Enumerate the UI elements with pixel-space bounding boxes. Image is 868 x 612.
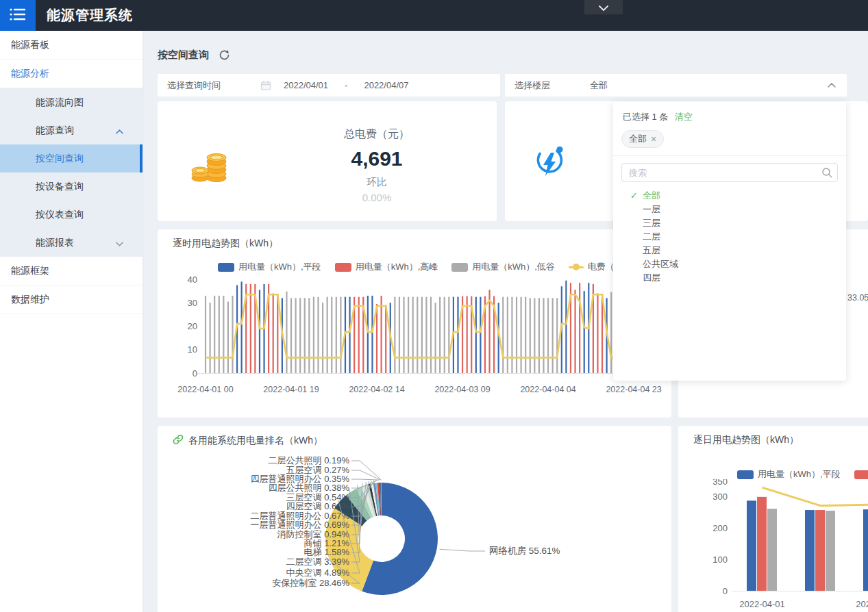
floor-option-label: 公共区域 (643, 259, 678, 269)
hourly-chart-legend: 用电量（kWh）,平段用电量（kWh）,高峰用电量（kWh）,低谷电费（元） (218, 261, 632, 273)
sidebar-item-5[interactable]: 按设备查询 (0, 173, 142, 201)
chevron-down-icon (116, 238, 123, 248)
floor-select[interactable]: 选择楼层 全部 (505, 74, 847, 97)
floor-option-一层[interactable]: 一层 (613, 203, 846, 216)
partial-axis-value: 33.05 (847, 293, 868, 303)
date-end-value: 2022/04/07 (364, 80, 408, 90)
sidebar-item-3[interactable]: 能源查询 (0, 116, 142, 144)
sidebar-item-7[interactable]: 能源报表 (0, 229, 142, 257)
total-fee-card: 总电费（元） 4,691 环比 0.00% (158, 101, 497, 221)
legend-label: 用电量（kWh）,低谷 (472, 261, 555, 273)
svg-text:2022-04-01 19: 2022-04-01 19 (263, 385, 319, 394)
svg-text:2022-04-01 00: 2022-04-01 00 (177, 385, 233, 394)
sidebar: 能源看板能源分析能源流向图能源查询按空间查询按设备查询按仪表查询能源报表能源框架… (0, 31, 142, 612)
sidebar-item-label: 能源查询 (36, 125, 74, 137)
legend-swatch (451, 263, 468, 272)
svg-text:350: 350 (712, 479, 728, 487)
floor-option-四层[interactable]: 四层 (613, 271, 846, 285)
floor-option-label: 四层 (643, 272, 660, 283)
hourly-chart-canvas: 0102030402022-04-01 002022-04-01 192022-… (158, 275, 671, 415)
selected-tag: 全部 × (621, 130, 664, 148)
magnifier-icon (821, 167, 832, 180)
chevron-down-icon (599, 1, 608, 14)
refresh-icon[interactable] (219, 49, 230, 61)
floor-option-公共区域[interactable]: 公共区域 (613, 257, 846, 271)
sidebar-item-6[interactable]: 按仪表查询 (0, 201, 142, 229)
daily-chart-canvas: 01002003003502022-04-012022-04-03 (678, 479, 868, 612)
sidebar-item-2[interactable]: 能源流向图 (0, 88, 142, 116)
svg-text:2022-04-03 09: 2022-04-03 09 (434, 385, 490, 394)
svg-text:2022-04-02 14: 2022-04-02 14 (349, 385, 404, 394)
sidebar-item-8[interactable]: 能源框架 (0, 257, 142, 285)
date-start-value: 2022/04/01 (284, 80, 328, 90)
sidebar-item-label: 能源看板 (11, 39, 49, 51)
calendar-icon (260, 80, 271, 91)
header-collapse-button[interactable] (584, 0, 623, 14)
sidebar-item-4[interactable]: 按空间查询 (0, 144, 142, 173)
compare-value: 0.00% (274, 192, 480, 203)
legend-swatch (569, 266, 584, 268)
ranking-chart-title: 各用能系统用电量排名（kWh） (188, 435, 323, 447)
clear-selection-button[interactable]: 清空 (675, 112, 693, 122)
pie-label: 中央空调 4.89% (286, 568, 350, 578)
legend-item[interactable]: 用电量（kWh）,平段 (218, 261, 321, 273)
svg-text:30: 30 (188, 298, 197, 308)
tag-close-icon[interactable]: × (651, 133, 656, 144)
legend-item[interactable]: 用电量（kWh）,低谷 (451, 261, 555, 273)
coin-stack-icon (190, 144, 234, 186)
floor-select-value: 全部 (590, 79, 608, 92)
app-title: 能源管理系统 (47, 0, 133, 31)
sidebar-item-1[interactable]: 能源分析 (0, 60, 142, 88)
pie-label: 安保控制室 28.46% (272, 578, 349, 588)
date-range-picker[interactable]: 选择查询时间 2022/04/01 - 2022/04/07 (158, 74, 500, 97)
svg-text:10: 10 (188, 344, 197, 355)
svg-text:300: 300 (712, 492, 728, 502)
legend-label: 用电量（kWh）,平段 (238, 261, 321, 273)
chain-link-icon (173, 434, 184, 447)
sidebar-item-label: 按空间查询 (36, 153, 84, 165)
check-icon: ✓ (630, 190, 638, 201)
floor-option-label: 一层 (643, 204, 660, 214)
sidebar-item-label: 能源流向图 (36, 97, 84, 109)
pie-label: 二层空调 3.39% (286, 557, 350, 567)
sidebar-item-0[interactable]: 能源看板 (0, 31, 142, 60)
app-root: 能源管理系统 能源看板能源分析能源流向图能源查询按空间查询按设备查询按仪表查询能… (0, 0, 868, 612)
svg-text:0: 0 (193, 368, 197, 379)
floor-option-label: 全部 (643, 190, 660, 201)
selected-count-text: 已选择 1 条 (623, 112, 668, 122)
floor-option-label: 二层 (643, 231, 660, 242)
top-header: 能源管理系统 (0, 0, 868, 31)
ranking-chart-canvas: 二层公共照明 0.19%五层空调 0.27%四层普通照明办公 0.35%四层公共… (158, 450, 671, 612)
floor-search-input[interactable] (621, 163, 838, 182)
svg-text:2022-04-04 04: 2022-04-04 04 (520, 385, 575, 394)
lightning-gauge-icon (533, 144, 566, 181)
sidebar-item-9[interactable]: 数据维护 (0, 285, 142, 314)
daily-chart-title: 逐日用电趋势图（kWh） (693, 434, 799, 446)
floor-option-三层[interactable]: 三层 (613, 216, 846, 230)
legend-swatch (854, 470, 868, 479)
svg-text:40: 40 (188, 275, 197, 285)
svg-text:2022-04-03: 2022-04-03 (856, 599, 868, 609)
legend-swatch (218, 263, 234, 272)
pie-label: 四层公共照明 0.38% (269, 483, 350, 493)
floor-dropdown-panel: 已选择 1 条 清空 全部 × ✓全部一层三层二层五层公共区域四层 (613, 101, 846, 381)
total-fee-title: 总电费（元） (274, 127, 480, 142)
legend-item[interactable]: 用电量（kWh）,高峰 (335, 261, 438, 273)
svg-text:100: 100 (712, 554, 728, 565)
hamburger-list-icon (9, 7, 27, 25)
daily-trend-card: 逐日用电趋势图（kWh） 用电量（kWh）,平段用电量（kWh）,高峰 0100… (678, 426, 868, 612)
pie-label: 二层公共照明 0.19% (269, 455, 350, 466)
selected-tag-label: 全部 (629, 133, 647, 145)
legend-label: 用电量（kWh）,高峰 (356, 261, 438, 273)
chevron-up-icon (116, 125, 123, 136)
floor-option-二层[interactable]: 二层 (613, 230, 846, 244)
sidebar-item-label: 能源分析 (11, 68, 49, 80)
total-fee-value: 4,691 (274, 147, 480, 170)
svg-text:2022-04-01: 2022-04-01 (739, 599, 785, 609)
hourly-chart-title: 逐时用电趋势图（kWh） (173, 238, 278, 250)
floor-option-五层[interactable]: 五层 (613, 244, 846, 257)
floor-option-label: 三层 (643, 218, 660, 228)
menu-toggle-button[interactable] (0, 0, 36, 31)
floor-option-全部[interactable]: ✓全部 (613, 189, 846, 203)
svg-text:200: 200 (712, 523, 728, 533)
